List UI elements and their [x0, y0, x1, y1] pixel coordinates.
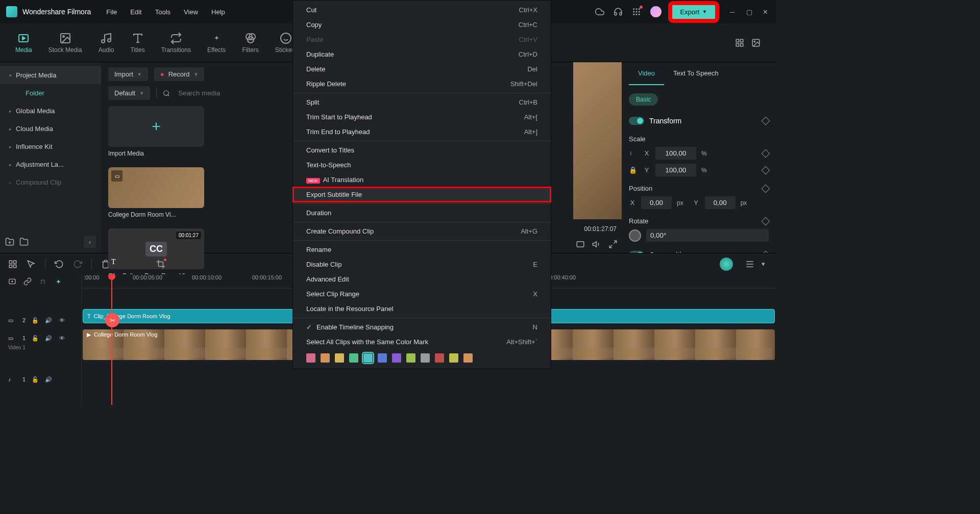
track-lock-icon[interactable]: 🔓	[32, 333, 39, 343]
ctx-split[interactable]: SplitCtrl+B	[293, 95, 551, 110]
headphones-icon[interactable]	[614, 7, 623, 16]
props-tab-video[interactable]: Video	[629, 62, 664, 85]
apps-icon[interactable]	[632, 7, 641, 16]
track-lock-icon[interactable]: 🔓	[32, 375, 39, 384]
track-mute-icon[interactable]: 🔊	[45, 375, 52, 384]
ctx-disable-clip[interactable]: Disable ClipE	[293, 257, 551, 272]
track-head-audio[interactable]: ♪1 🔓 🔊	[0, 366, 81, 393]
track-eye-icon[interactable]: 👁	[58, 333, 65, 343]
transform-toggle[interactable]	[629, 117, 644, 125]
select-tool-icon[interactable]	[8, 260, 17, 269]
color-mark[interactable]	[321, 353, 330, 363]
sidebar-project-media[interactable]: ▾Project Media	[0, 66, 101, 84]
scale-x-input[interactable]	[655, 147, 696, 160]
menu-edit[interactable]: Edit	[130, 8, 141, 16]
cursor-tool-icon[interactable]	[27, 260, 36, 269]
lock-icon[interactable]: 🔒	[629, 166, 638, 174]
ctx-create-compound-clip[interactable]: Create Compound ClipAlt+G	[293, 224, 551, 239]
volume-icon[interactable]	[592, 240, 601, 249]
scale-y-input[interactable]	[655, 164, 696, 176]
ctx-duration[interactable]: Duration	[293, 205, 551, 220]
ctx-ripple-delete[interactable]: Ripple DeleteShift+Del	[293, 76, 551, 91]
ai-assistant-icon[interactable]	[720, 258, 733, 271]
keyframe-icon[interactable]	[762, 117, 770, 125]
cloud-icon[interactable]	[595, 7, 604, 16]
import-media-card[interactable]: + Import Media	[108, 106, 204, 157]
color-mark[interactable]	[349, 353, 358, 363]
media-card-cc[interactable]: 00:01:27 CC T ✓ Clip_College Dorm Room V…	[108, 228, 204, 279]
view-dropdown-icon[interactable]: ▾	[758, 260, 768, 269]
color-mark[interactable]	[406, 353, 415, 363]
track-eye-icon[interactable]: 👁	[58, 316, 65, 325]
color-mark[interactable]	[463, 353, 473, 363]
color-mark[interactable]	[378, 353, 387, 363]
color-mark[interactable]	[392, 353, 401, 363]
tab-audio[interactable]: Audio	[99, 32, 114, 54]
rotate-input[interactable]	[646, 229, 769, 242]
sidebar-compound-clip[interactable]: ▸Compound Clip	[0, 173, 101, 191]
link-icon[interactable]: ⎯	[629, 151, 638, 156]
compositing-toggle[interactable]	[629, 251, 644, 253]
fullscreen-icon[interactable]	[608, 240, 618, 249]
import-dropdown[interactable]: Import▼	[108, 67, 148, 81]
sidebar-folder[interactable]: Folder	[0, 84, 101, 102]
pos-y-input[interactable]	[705, 196, 736, 209]
ctx-trim-start-to-playhead[interactable]: Trim Start to PlayheadAlt+[	[293, 110, 551, 124]
redo-icon[interactable]	[73, 260, 82, 269]
color-mark[interactable]	[449, 353, 458, 363]
menu-tools[interactable]: Tools	[155, 8, 170, 16]
ctx-delete[interactable]: DeleteDel	[293, 62, 551, 76]
ctx-convert-to-titles[interactable]: Convert to Titles	[293, 143, 551, 158]
track-head-subtitle[interactable]: ▭2 🔓 🔊 👁	[0, 307, 81, 333]
color-mark[interactable]	[335, 353, 344, 363]
track-lock-icon[interactable]: 🔓	[32, 316, 39, 325]
keyframe-icon[interactable]	[762, 149, 770, 158]
menu-help[interactable]: Help	[211, 8, 225, 16]
record-dropdown[interactable]: ●Record▼	[154, 67, 205, 81]
undo-icon[interactable]	[55, 260, 64, 269]
magnet-icon[interactable]: ⊓	[39, 277, 47, 286]
list-view-icon[interactable]	[745, 260, 754, 269]
rotate-dial[interactable]	[629, 229, 641, 242]
basic-pill[interactable]: Basic	[629, 93, 658, 106]
tab-transitions[interactable]: Transitions	[161, 32, 191, 54]
ctx-duplicate[interactable]: DuplicateCtrl+D	[293, 47, 551, 62]
tab-filters[interactable]: Filters	[242, 32, 259, 54]
track-head-video[interactable]: ▭1 🔓 🔊 👁 Video 1	[0, 333, 81, 366]
link-tracks-icon[interactable]	[23, 277, 32, 286]
media-card-dorm[interactable]: ▭ College Dorm Room Vl...	[108, 167, 204, 218]
crop-icon[interactable]	[156, 260, 165, 269]
ctx-text-to-speech[interactable]: Text-to-Speech	[293, 158, 551, 172]
color-mark[interactable]	[306, 353, 315, 363]
maximize-icon[interactable]: ▢	[746, 8, 753, 15]
ctx-trim-end-to-playhead[interactable]: Trim End to PlayheadAlt+]	[293, 124, 551, 139]
ctx-enable-timeline-snapping[interactable]: ✓Enable Timeline SnappingN	[293, 320, 551, 335]
ctx-locate-in-the-resource-panel[interactable]: Locate in the Resource Panel	[293, 301, 551, 316]
sort-dropdown[interactable]: Default▼	[108, 86, 150, 100]
tab-stock-media[interactable]: Stock Media	[48, 32, 82, 54]
search-input[interactable]	[176, 87, 303, 99]
ctx-select-all-clips-with-the-same-color-mark[interactable]: Select All Clips with the Same Color Mar…	[293, 335, 551, 349]
minimize-icon[interactable]: ─	[730, 8, 737, 15]
tab-titles[interactable]: Titles	[130, 32, 144, 54]
keyframe-icon[interactable]	[762, 184, 770, 193]
color-mark[interactable]	[421, 353, 430, 363]
props-tab-tts[interactable]: Text To Speech	[664, 62, 728, 85]
folder-icon[interactable]	[19, 237, 29, 246]
scissors-icon[interactable]: ✂	[105, 313, 119, 327]
sidebar-cloud-media[interactable]: ▸Cloud Media	[0, 120, 101, 138]
sidebar-collapse-icon[interactable]: ‹	[84, 236, 96, 248]
pos-x-input[interactable]	[641, 196, 672, 209]
export-button[interactable]: Export▼	[671, 4, 717, 20]
color-mark[interactable]	[435, 353, 444, 363]
close-icon[interactable]: ✕	[763, 8, 770, 15]
new-folder-icon[interactable]	[5, 237, 14, 246]
snapshot-icon[interactable]	[576, 240, 585, 249]
track-mute-icon[interactable]: 🔊	[45, 316, 52, 325]
tab-effects[interactable]: ✦Effects	[207, 32, 226, 54]
ctx-select-clip-range[interactable]: Select Clip RangeX	[293, 287, 551, 301]
menu-view[interactable]: View	[184, 8, 198, 16]
ctx-export-subtitle-file[interactable]: Export Subtitle File	[293, 187, 551, 202]
keyframe-icon[interactable]	[762, 166, 770, 174]
image-view-icon[interactable]	[751, 38, 761, 47]
